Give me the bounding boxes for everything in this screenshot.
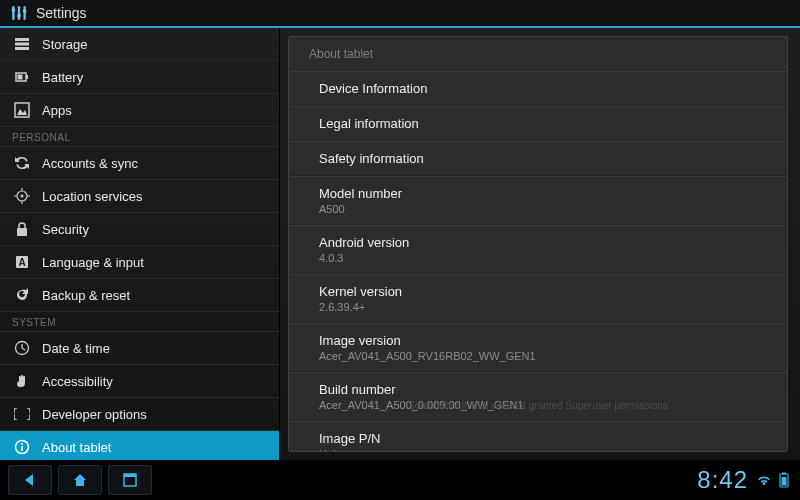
settings-icon	[10, 4, 28, 22]
detail-item-title: Android version	[319, 235, 757, 250]
sidebar-item-label: Location services	[42, 189, 142, 204]
detail-item-title: Model number	[319, 186, 757, 201]
detail-item-title: Build number	[319, 382, 757, 397]
sidebar-item-language-input[interactable]: Language & input	[0, 246, 279, 279]
sidebar-item-label: Developer options	[42, 407, 147, 422]
recent-apps-button[interactable]	[108, 465, 152, 495]
sidebar-item-about-tablet[interactable]: About tablet	[0, 431, 279, 460]
detail-item-image-version[interactable]: Image versionAcer_AV041_A500_RV16RB02_WW…	[289, 323, 787, 372]
wifi-icon	[756, 472, 772, 488]
settings-sidebar[interactable]: StorageBatteryAppsPERSONALAccounts & syn…	[0, 28, 280, 460]
sidebar-item-location-services[interactable]: Location services	[0, 180, 279, 213]
detail-item-build-number[interactable]: Build numberAcer_AV041_A500_0.009.00_WW_…	[289, 372, 787, 421]
detail-item-title: Device Information	[319, 81, 757, 96]
sidebar-item-label: Storage	[42, 37, 88, 52]
detail-item-title: Legal information	[319, 116, 757, 131]
home-button[interactable]	[58, 465, 102, 495]
detail-item-subtitle: Acer_AV041_A500_0.009.00_WW_GEN1	[319, 399, 757, 411]
language-icon	[14, 254, 30, 270]
app-header: Settings	[0, 0, 800, 28]
braces-icon	[14, 406, 30, 422]
detail-item-device-information[interactable]: Device Information	[289, 71, 787, 106]
detail-item-subtitle: 2.6.39.4+	[319, 301, 757, 313]
sidebar-section-header: SYSTEM	[0, 312, 279, 332]
sidebar-item-security[interactable]: Security	[0, 213, 279, 246]
sync-icon	[14, 155, 30, 171]
clock-icon	[14, 340, 30, 356]
detail-item-legal-information[interactable]: Legal information	[289, 106, 787, 141]
battery-icon	[14, 69, 30, 85]
sidebar-item-backup-reset[interactable]: Backup & reset	[0, 279, 279, 312]
detail-item-title: Kernel version	[319, 284, 757, 299]
status-tray[interactable]	[756, 472, 792, 488]
sidebar-item-label: Security	[42, 222, 89, 237]
sidebar-item-label: Language & input	[42, 255, 144, 270]
back-button[interactable]	[8, 465, 52, 495]
hand-icon	[14, 373, 30, 389]
sidebar-item-label: Apps	[42, 103, 72, 118]
sidebar-item-label: Date & time	[42, 341, 110, 356]
detail-item-subtitle: A500	[319, 203, 757, 215]
panel-heading: About tablet	[289, 37, 787, 71]
lock-icon	[14, 221, 30, 237]
sidebar-item-accounts-sync[interactable]: Accounts & sync	[0, 147, 279, 180]
app-title: Settings	[36, 5, 87, 21]
sidebar-item-label: Accessibility	[42, 374, 113, 389]
detail-item-title: Safety information	[319, 151, 757, 166]
detail-item-subtitle: Unknown	[319, 448, 757, 452]
detail-item-subtitle: Acer_AV041_A500_RV16RB02_WW_GEN1	[319, 350, 757, 362]
sidebar-item-accessibility[interactable]: Accessibility	[0, 365, 279, 398]
sidebar-item-apps[interactable]: Apps	[0, 94, 279, 127]
refresh-icon	[14, 287, 30, 303]
detail-item-kernel-version[interactable]: Kernel version2.6.39.4+	[289, 274, 787, 323]
sidebar-item-label: About tablet	[42, 440, 111, 455]
sidebar-item-battery[interactable]: Battery	[0, 61, 279, 94]
detail-item-title: Image version	[319, 333, 757, 348]
info-icon	[14, 439, 30, 455]
apps-icon	[14, 102, 30, 118]
detail-item-image-p-n[interactable]: Image P/NUnknown	[289, 421, 787, 452]
sidebar-item-label: Accounts & sync	[42, 156, 138, 171]
location-icon	[14, 188, 30, 204]
clock[interactable]: 8:42	[697, 466, 748, 494]
sidebar-item-label: Backup & reset	[42, 288, 130, 303]
detail-item-model-number[interactable]: Model numberA500	[289, 176, 787, 225]
sidebar-item-label: Battery	[42, 70, 83, 85]
detail-item-android-version[interactable]: Android version4.0.3	[289, 225, 787, 274]
sidebar-section-header: PERSONAL	[0, 127, 279, 147]
storage-icon	[14, 36, 30, 52]
battery-status-icon	[776, 472, 792, 488]
about-tablet-panel[interactable]: About tablet Device InformationLegal inf…	[288, 36, 788, 452]
sidebar-item-developer-options[interactable]: Developer options	[0, 398, 279, 431]
sidebar-item-date-time[interactable]: Date & time	[0, 332, 279, 365]
detail-item-title: Image P/N	[319, 431, 757, 446]
detail-item-subtitle: 4.0.3	[319, 252, 757, 264]
system-navbar: 8:42	[0, 460, 800, 500]
sidebar-item-storage[interactable]: Storage	[0, 28, 279, 61]
detail-item-safety-information[interactable]: Safety information	[289, 141, 787, 176]
